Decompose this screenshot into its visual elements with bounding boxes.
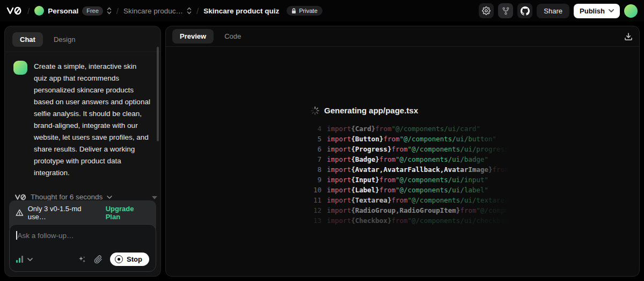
code-line: 7import { Badge } from "@/components/ui/… <box>311 154 514 164</box>
breadcrumb-separator: / <box>196 6 199 16</box>
tab-design[interactable]: Design <box>46 32 83 47</box>
upgrade-plan-link[interactable]: Upgrade Plan <box>106 205 150 221</box>
warning-icon <box>16 209 24 217</box>
publish-button-label: Publish <box>580 7 605 15</box>
code-line: 5import { Button } from "@/components/ui… <box>311 134 514 144</box>
attach-button[interactable] <box>94 255 103 264</box>
breadcrumb-separator: / <box>116 6 119 16</box>
thought-label: Thought for 6 seconds <box>31 193 103 201</box>
chevron-down-icon <box>107 196 112 199</box>
preview-header: Preview Code <box>166 26 639 47</box>
workspace-avatar <box>34 6 44 16</box>
stop-button[interactable]: Stop <box>110 253 149 266</box>
privacy-badge-label: Private <box>299 8 317 14</box>
fork-button[interactable] <box>498 3 513 18</box>
v0-mini-icon <box>14 194 26 200</box>
code-line: 4import { Card } from "@/components/ui/c… <box>311 124 514 134</box>
chevron-updown-icon <box>107 7 112 15</box>
chat-panel: Chat Design Create a simple, interactive… <box>4 26 161 277</box>
followup-card: Stop <box>9 224 156 272</box>
tab-preview[interactable]: Preview <box>172 29 214 44</box>
generation-status: Generating app/page.tsx 4import { Card }… <box>311 106 514 226</box>
share-button[interactable]: Share <box>537 4 569 18</box>
gear-icon <box>482 6 491 15</box>
model-selector[interactable] <box>16 256 33 263</box>
tab-code[interactable]: Code <box>217 29 248 44</box>
text-caret <box>16 231 17 240</box>
workspace: Chat Design Create a simple, interactive… <box>0 21 644 281</box>
usage-bars-icon <box>16 256 23 263</box>
download-button[interactable] <box>624 32 633 41</box>
code-line: 10import { Label } from "@/components/ui… <box>311 185 514 195</box>
project-title: Skincare product quiz <box>203 7 279 15</box>
enhance-button[interactable] <box>78 255 86 264</box>
sidebar-scrollbar[interactable] <box>157 47 159 141</box>
settings-button[interactable] <box>479 3 494 18</box>
breadcrumb-separator: / <box>27 6 30 16</box>
fork-icon <box>502 7 510 15</box>
chevron-down-icon <box>27 258 33 261</box>
preview-panel: Preview Code Generating app/page.tsx 4im… <box>165 26 640 277</box>
code-line: 8import { Avatar, AvatarFallback, Avatar… <box>311 164 514 175</box>
publish-button[interactable]: Publish <box>574 4 620 18</box>
user-message-avatar <box>13 61 27 75</box>
scroll-down-indicator[interactable] <box>152 196 157 199</box>
composer: Only 3 v0-1.5-md use… Upgrade Plan <box>9 200 156 272</box>
sidebar-tabs: Chat Design <box>5 26 160 52</box>
plan-badge: Free <box>82 6 103 16</box>
lock-icon <box>291 8 296 14</box>
v0-logo-icon[interactable] <box>6 6 21 15</box>
workspace-switcher[interactable]: Personal Free <box>34 6 112 16</box>
github-button[interactable] <box>517 3 532 18</box>
user-avatar[interactable] <box>624 4 638 18</box>
top-bar: / Personal Free / Skincare produc… / Ski… <box>0 0 644 21</box>
stop-button-label: Stop <box>127 255 142 263</box>
chevron-updown-icon <box>187 7 192 15</box>
privacy-badge[interactable]: Private <box>287 6 322 16</box>
chevron-down-icon <box>609 9 614 12</box>
followup-input[interactable] <box>18 232 147 240</box>
project-switcher-label: Skincare produc… <box>123 7 183 15</box>
code-stream: 4import { Card } from "@/components/ui/c… <box>311 124 514 226</box>
github-icon <box>521 6 530 16</box>
spinner-icon <box>311 106 319 115</box>
project-switcher[interactable]: Skincare produc… <box>123 7 192 15</box>
code-line: 12import { RadioGroup, RadioGroupItem } … <box>311 205 514 215</box>
user-message-text: Create a simple, interactive skin quiz a… <box>34 61 151 179</box>
usage-banner-text: Only 3 v0-1.5-md use… <box>28 205 100 221</box>
code-line: 9import { Input } from "@/components/ui/… <box>311 175 514 185</box>
tab-chat[interactable]: Chat <box>12 32 43 47</box>
code-line: 13import { Checkbox } from "@/components… <box>311 215 514 226</box>
paperclip-icon <box>94 255 103 264</box>
code-line: 6import { Progress } from "@/components/… <box>311 144 514 154</box>
code-line: 11import { Textarea } from "@/components… <box>311 195 514 205</box>
workspace-name: Personal <box>48 7 78 15</box>
sparkles-icon <box>78 255 86 264</box>
user-message: Create a simple, interactive skin quiz a… <box>13 61 151 179</box>
thought-toggle[interactable]: Thought for 6 seconds <box>14 193 151 201</box>
stop-icon <box>115 255 123 263</box>
download-icon <box>624 32 633 41</box>
generating-title: Generating app/page.tsx <box>324 106 418 115</box>
